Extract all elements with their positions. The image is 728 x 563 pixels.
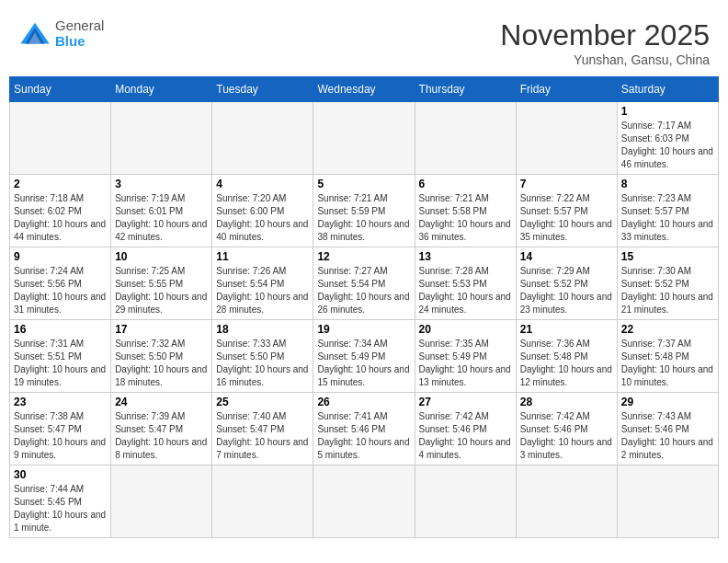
day-number: 12 [317, 250, 410, 263]
week-row-4: 16Sunrise: 7:31 AM Sunset: 5:51 PM Dayli… [10, 320, 719, 393]
day-cell: 4Sunrise: 7:20 AM Sunset: 6:00 PM Daylig… [212, 175, 313, 247]
location: Yunshan, Gansu, China [500, 52, 710, 67]
day-number: 24 [115, 396, 208, 408]
day-info: Sunrise: 7:31 AM Sunset: 5:51 PM Dayligh… [14, 338, 107, 389]
day-cell: 13Sunrise: 7:28 AM Sunset: 5:53 PM Dayli… [415, 247, 516, 320]
week-row-1: 1Sunrise: 7:17 AM Sunset: 6:03 PM Daylig… [10, 102, 719, 175]
day-cell: 14Sunrise: 7:29 AM Sunset: 5:52 PM Dayli… [516, 247, 617, 320]
day-number: 11 [216, 250, 309, 263]
day-number: 28 [520, 396, 613, 408]
logo-text: General Blue [55, 18, 104, 49]
weekday-friday: Friday [516, 77, 617, 102]
day-cell: 2Sunrise: 7:18 AM Sunset: 6:02 PM Daylig… [10, 175, 111, 247]
weekday-sunday: Sunday [10, 77, 111, 102]
week-row-6: 30Sunrise: 7:44 AM Sunset: 5:45 PM Dayli… [10, 465, 719, 538]
day-cell: 25Sunrise: 7:40 AM Sunset: 5:47 PM Dayli… [212, 393, 313, 465]
weekday-monday: Monday [111, 77, 212, 102]
weekday-tuesday: Tuesday [212, 77, 313, 102]
day-info: Sunrise: 7:24 AM Sunset: 5:56 PM Dayligh… [14, 265, 107, 316]
day-number: 7 [520, 178, 613, 190]
day-cell: 21Sunrise: 7:36 AM Sunset: 5:48 PM Dayli… [516, 320, 617, 393]
calendar: SundayMondayTuesdayWednesdayThursdayFrid… [9, 76, 719, 538]
day-cell [313, 102, 415, 175]
day-info: Sunrise: 7:18 AM Sunset: 6:02 PM Dayligh… [14, 192, 107, 244]
day-number: 20 [419, 323, 512, 336]
logo-icon [18, 21, 51, 47]
day-info: Sunrise: 7:29 AM Sunset: 5:52 PM Dayligh… [520, 265, 613, 316]
day-cell: 28Sunrise: 7:42 AM Sunset: 5:46 PM Dayli… [516, 393, 617, 465]
day-cell: 6Sunrise: 7:21 AM Sunset: 5:58 PM Daylig… [415, 175, 516, 247]
day-info: Sunrise: 7:17 AM Sunset: 6:03 PM Dayligh… [621, 120, 714, 171]
day-number: 29 [621, 396, 714, 408]
day-info: Sunrise: 7:22 AM Sunset: 5:57 PM Dayligh… [520, 192, 613, 244]
day-cell: 5Sunrise: 7:21 AM Sunset: 5:59 PM Daylig… [313, 175, 415, 247]
day-info: Sunrise: 7:32 AM Sunset: 5:50 PM Dayligh… [115, 338, 208, 389]
day-cell: 24Sunrise: 7:39 AM Sunset: 5:47 PM Dayli… [111, 393, 212, 465]
day-info: Sunrise: 7:42 AM Sunset: 5:46 PM Dayligh… [520, 410, 613, 462]
day-cell: 20Sunrise: 7:35 AM Sunset: 5:49 PM Dayli… [415, 320, 516, 393]
day-number: 8 [621, 178, 714, 190]
day-cell: 1Sunrise: 7:17 AM Sunset: 6:03 PM Daylig… [617, 102, 718, 175]
day-cell [313, 465, 415, 538]
day-number: 13 [419, 250, 512, 263]
day-cell [111, 465, 212, 538]
day-cell: 23Sunrise: 7:38 AM Sunset: 5:47 PM Dayli… [10, 393, 111, 465]
day-info: Sunrise: 7:23 AM Sunset: 5:57 PM Dayligh… [621, 192, 714, 244]
day-cell [111, 102, 212, 175]
day-cell: 7Sunrise: 7:22 AM Sunset: 5:57 PM Daylig… [516, 175, 617, 247]
day-info: Sunrise: 7:44 AM Sunset: 5:45 PM Dayligh… [14, 483, 107, 534]
day-cell: 27Sunrise: 7:42 AM Sunset: 5:46 PM Dayli… [415, 393, 516, 465]
day-cell: 16Sunrise: 7:31 AM Sunset: 5:51 PM Dayli… [10, 320, 111, 393]
day-info: Sunrise: 7:33 AM Sunset: 5:50 PM Dayligh… [216, 338, 309, 389]
day-info: Sunrise: 7:26 AM Sunset: 5:54 PM Dayligh… [216, 265, 309, 316]
day-number: 14 [520, 250, 613, 263]
day-info: Sunrise: 7:35 AM Sunset: 5:49 PM Dayligh… [419, 338, 512, 389]
day-number: 26 [317, 396, 410, 408]
day-info: Sunrise: 7:39 AM Sunset: 5:47 PM Dayligh… [115, 410, 208, 462]
day-cell: 8Sunrise: 7:23 AM Sunset: 5:57 PM Daylig… [617, 175, 718, 247]
day-cell: 29Sunrise: 7:43 AM Sunset: 5:46 PM Dayli… [617, 393, 718, 465]
day-number: 4 [216, 178, 309, 190]
page: General Blue November 2025 Yunshan, Gans… [0, 0, 728, 552]
day-info: Sunrise: 7:27 AM Sunset: 5:54 PM Dayligh… [317, 265, 410, 316]
day-cell [415, 465, 516, 538]
day-info: Sunrise: 7:21 AM Sunset: 5:59 PM Dayligh… [317, 192, 410, 244]
day-info: Sunrise: 7:42 AM Sunset: 5:46 PM Dayligh… [419, 410, 512, 462]
day-cell: 15Sunrise: 7:30 AM Sunset: 5:52 PM Dayli… [617, 247, 718, 320]
day-info: Sunrise: 7:38 AM Sunset: 5:47 PM Dayligh… [14, 410, 107, 462]
day-number: 15 [621, 250, 714, 263]
day-cell: 22Sunrise: 7:37 AM Sunset: 5:48 PM Dayli… [617, 320, 718, 393]
day-info: Sunrise: 7:21 AM Sunset: 5:58 PM Dayligh… [419, 192, 512, 244]
day-info: Sunrise: 7:19 AM Sunset: 6:01 PM Dayligh… [115, 192, 208, 244]
day-info: Sunrise: 7:20 AM Sunset: 6:00 PM Dayligh… [216, 192, 309, 244]
day-number: 23 [14, 396, 107, 408]
title-block: November 2025 Yunshan, Gansu, China [500, 18, 710, 67]
day-number: 17 [115, 323, 208, 336]
day-cell [516, 465, 617, 538]
day-info: Sunrise: 7:28 AM Sunset: 5:53 PM Dayligh… [419, 265, 512, 316]
day-number: 3 [115, 178, 208, 190]
day-cell: 17Sunrise: 7:32 AM Sunset: 5:50 PM Dayli… [111, 320, 212, 393]
day-cell: 11Sunrise: 7:26 AM Sunset: 5:54 PM Dayli… [212, 247, 313, 320]
day-number: 21 [520, 323, 613, 336]
day-cell: 19Sunrise: 7:34 AM Sunset: 5:49 PM Dayli… [313, 320, 415, 393]
day-cell [617, 465, 718, 538]
day-number: 19 [317, 323, 410, 336]
week-row-5: 23Sunrise: 7:38 AM Sunset: 5:47 PM Dayli… [10, 393, 719, 465]
weekday-saturday: Saturday [617, 77, 718, 102]
day-cell [212, 102, 313, 175]
day-cell [212, 465, 313, 538]
day-number: 18 [216, 323, 309, 336]
day-number: 10 [115, 250, 208, 263]
day-info: Sunrise: 7:25 AM Sunset: 5:55 PM Dayligh… [115, 265, 208, 316]
day-number: 5 [317, 178, 410, 190]
day-number: 22 [621, 323, 714, 336]
day-number: 9 [14, 250, 107, 263]
header: General Blue November 2025 Yunshan, Gans… [9, 9, 719, 72]
month-title: November 2025 [500, 18, 710, 52]
day-info: Sunrise: 7:43 AM Sunset: 5:46 PM Dayligh… [621, 410, 714, 462]
weekday-thursday: Thursday [415, 77, 516, 102]
day-number: 6 [419, 178, 512, 190]
day-cell: 18Sunrise: 7:33 AM Sunset: 5:50 PM Dayli… [212, 320, 313, 393]
day-info: Sunrise: 7:36 AM Sunset: 5:48 PM Dayligh… [520, 338, 613, 389]
